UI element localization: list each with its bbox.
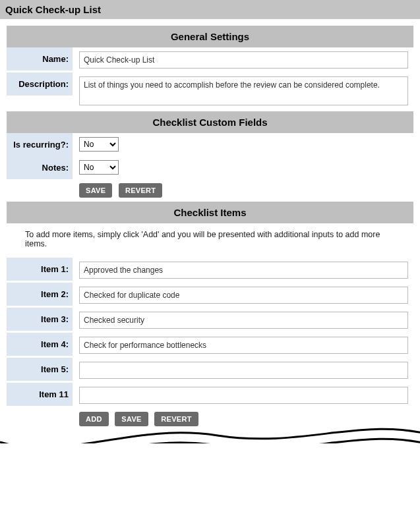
item-row: Item 2: (7, 283, 413, 308)
description-input[interactable] (79, 76, 408, 105)
item-input[interactable] (79, 337, 408, 354)
notes-label: Notes: (7, 156, 73, 179)
item-row: Item 5: (7, 358, 413, 383)
save-button[interactable]: SAVE (115, 412, 148, 426)
notes-select[interactable]: No (79, 160, 119, 175)
item-label: Item 11 (7, 383, 73, 406)
name-label: Name: (7, 47, 73, 70)
item-label: Item 1: (7, 258, 73, 281)
general-settings-header: General Settings (7, 26, 413, 47)
items-instructions: To add more items, simply click 'Add' an… (7, 223, 413, 258)
custom-fields-buttons: SAVE REVERT (7, 179, 413, 202)
item-label: Item 4: (7, 333, 73, 356)
name-input[interactable] (79, 51, 408, 69)
description-label: Description: (7, 72, 73, 96)
item-label: Item 5: (7, 358, 73, 381)
recurring-row: Is recurring?: No (7, 133, 413, 156)
item-row: Item 3: (7, 308, 413, 333)
name-row: Name: (7, 47, 413, 72)
item-input[interactable] (79, 287, 408, 304)
item-row: Item 11 (7, 383, 413, 408)
recurring-select[interactable]: No (79, 137, 119, 152)
notes-row: Notes: No (7, 156, 413, 179)
custom-fields-header: Checklist Custom Fields (7, 111, 413, 133)
add-button[interactable]: ADD (79, 412, 109, 426)
revert-button[interactable]: REVERT (154, 412, 198, 426)
item-label: Item 3: (7, 308, 73, 331)
recurring-label: Is recurring?: (7, 133, 73, 156)
item-row: Item 1: (7, 258, 413, 283)
save-button[interactable]: SAVE (79, 183, 112, 198)
revert-button[interactable]: REVERT (119, 183, 162, 198)
item-label: Item 2: (7, 283, 73, 306)
item-input[interactable] (79, 387, 408, 404)
items-buttons: ADD SAVE REVERT (7, 408, 413, 430)
main-panel: General Settings Name: Description: Chec… (0, 19, 420, 443)
item-input[interactable] (79, 362, 408, 379)
item-input[interactable] (79, 262, 408, 279)
checklist-items-header: Checklist Items (7, 202, 413, 223)
page-title: Quick Check-up List (0, 0, 420, 19)
description-row: Description: (7, 72, 413, 111)
item-row: Item 4: (7, 333, 413, 358)
items-area: Item 1: Item 2: Item 3: Item 4: Item 5: (7, 258, 413, 408)
item-input[interactable] (79, 312, 408, 329)
